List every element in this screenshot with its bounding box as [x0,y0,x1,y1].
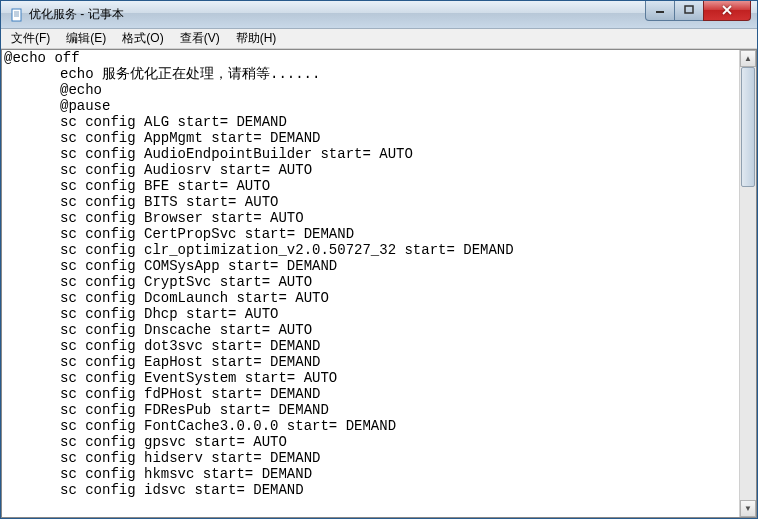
svg-rect-0 [12,9,21,21]
code-line: sc config clr_optimization_v2.0.50727_32… [60,242,737,258]
svg-rect-5 [685,6,693,13]
scroll-thumb[interactable] [741,67,755,187]
code-line: sc config fdPHost start= DEMAND [60,386,737,402]
code-line: sc config hidserv start= DEMAND [60,450,737,466]
code-line: sc config Dhcp start= AUTO [60,306,737,322]
code-line: sc config dot3svc start= DEMAND [60,338,737,354]
minimize-button[interactable] [645,1,675,21]
scroll-up-button[interactable]: ▲ [740,50,756,67]
app-icon [9,7,25,23]
code-line: sc config EapHost start= DEMAND [60,354,737,370]
close-icon [721,5,733,15]
code-line: sc config DcomLaunch start= AUTO [60,290,737,306]
notepad-window: 优化服务 - 记事本 文件(F) 编辑(E) 格式(O) 查看(V) 帮助(H)… [0,0,758,519]
code-line: @echo off [4,50,737,66]
code-line: sc config hkmsvc start= DEMAND [60,466,737,482]
menubar: 文件(F) 编辑(E) 格式(O) 查看(V) 帮助(H) [1,29,757,49]
maximize-button[interactable] [674,1,704,21]
code-line: sc config FDResPub start= DEMAND [60,402,737,418]
chevron-down-icon: ▼ [744,504,752,513]
window-controls [646,1,757,21]
close-button[interactable] [703,1,751,21]
code-line: sc config gpsvc start= AUTO [60,434,737,450]
code-line: sc config idsvc start= DEMAND [60,482,737,498]
vertical-scrollbar[interactable]: ▲ ▼ [739,50,756,517]
code-line: sc config AppMgmt start= DEMAND [60,130,737,146]
minimize-icon [655,5,665,15]
code-line: echo 服务优化正在处理，请稍等...... [60,66,737,82]
code-line: sc config Audiosrv start= AUTO [60,162,737,178]
titlebar[interactable]: 优化服务 - 记事本 [1,1,757,29]
code-line: sc config CryptSvc start= AUTO [60,274,737,290]
menu-view[interactable]: 查看(V) [172,28,228,49]
scroll-track[interactable] [740,67,756,500]
menu-help[interactable]: 帮助(H) [228,28,285,49]
maximize-icon [684,5,694,15]
code-line: sc config BFE start= AUTO [60,178,737,194]
code-line: @echo [60,82,737,98]
code-line: sc config AudioEndpointBuilder start= AU… [60,146,737,162]
code-line: sc config BITS start= AUTO [60,194,737,210]
code-line: sc config COMSysApp start= DEMAND [60,258,737,274]
menu-edit[interactable]: 编辑(E) [58,28,114,49]
chevron-up-icon: ▲ [744,54,752,63]
menu-file[interactable]: 文件(F) [3,28,58,49]
text-editor[interactable]: @echo offecho 服务优化正在处理，请稍等......@echo@pa… [2,50,739,517]
menu-format[interactable]: 格式(O) [114,28,171,49]
content-area: @echo offecho 服务优化正在处理，请稍等......@echo@pa… [1,49,757,518]
code-line: sc config FontCache3.0.0.0 start= DEMAND [60,418,737,434]
code-line: sc config EventSystem start= AUTO [60,370,737,386]
window-title: 优化服务 - 记事本 [29,6,646,23]
scroll-down-button[interactable]: ▼ [740,500,756,517]
code-line: sc config ALG start= DEMAND [60,114,737,130]
code-line: sc config Browser start= AUTO [60,210,737,226]
svg-rect-4 [656,11,664,13]
code-line: sc config CertPropSvc start= DEMAND [60,226,737,242]
code-line: sc config Dnscache start= AUTO [60,322,737,338]
code-line: @pause [60,98,737,114]
